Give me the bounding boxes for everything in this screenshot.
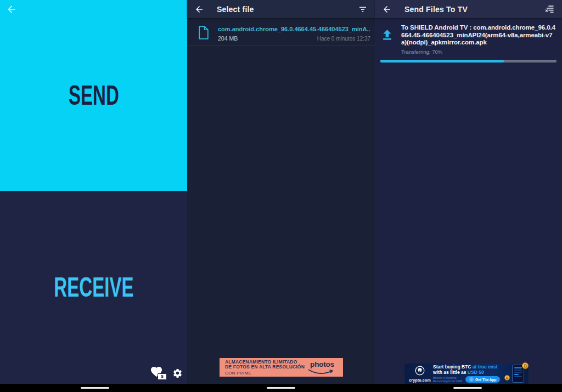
transfer-status: Transferring: 70% bbox=[401, 49, 557, 55]
amazon-photos-wordmark: photos bbox=[306, 360, 339, 368]
panel-transfer: Send Files To TV To SHIELD Androi bbox=[375, 0, 562, 384]
crypto-headline-blue2: USD 50 bbox=[468, 370, 484, 375]
crypto-emblem-icon bbox=[415, 366, 425, 376]
transfer-description: To SHIELD Android TV : com.android.chrom… bbox=[401, 24, 557, 47]
send-label: SEND bbox=[68, 79, 119, 111]
transfer-progress-bar bbox=[380, 60, 557, 63]
crypto-sub-line2: Record Highs for 2020 bbox=[433, 379, 462, 383]
crypto-ad-subtext: Bitcoin is Soaring Record Highs for 2020 bbox=[433, 376, 462, 383]
filter-icon bbox=[358, 4, 368, 14]
crypto-logo-block: crypto.com bbox=[408, 366, 432, 382]
back-icon bbox=[194, 4, 204, 14]
file-name: com.android.chrome_96.0.4664.45-46640452… bbox=[218, 26, 370, 32]
page-title-select-file: Select file bbox=[217, 5, 254, 14]
amazon-ad-headline2: DE FOTOS EN ALTA RESOLUCIÓN bbox=[225, 365, 306, 370]
gesture-pill-left[interactable] bbox=[81, 387, 109, 389]
amazon-ad-text: ALMACENAMIENTO ILIMITADO DE FOTOS EN ALT… bbox=[225, 360, 306, 376]
back-icon bbox=[6, 4, 17, 15]
banknote-icon: $ bbox=[158, 373, 167, 380]
gear-icon bbox=[172, 368, 183, 378]
file-timestamp: Hace 0 minutos 12:37 bbox=[317, 36, 370, 42]
crypto-phone-graphic: ₿ ₿ bbox=[507, 363, 527, 384]
playlist-remove-icon bbox=[544, 4, 555, 15]
clear-queue-button[interactable] bbox=[544, 4, 555, 15]
transfer-progress-fill bbox=[380, 60, 504, 63]
left-bottom-actions: $ bbox=[149, 365, 183, 379]
crypto-ad-text: Start buying BTC at true cost with as li… bbox=[432, 365, 507, 383]
transfer-header: Send Files To TV bbox=[375, 0, 562, 18]
crypto-headline-white1: Start buying BTC bbox=[433, 364, 471, 370]
back-button-left[interactable] bbox=[4, 2, 19, 16]
crypto-headline-white2: with as little as bbox=[433, 370, 466, 375]
bitcoin-coin-icon-small: ₿ bbox=[504, 375, 510, 380]
bitcoin-coin-icon: ₿ bbox=[522, 362, 529, 369]
file-size: 204 MB bbox=[218, 35, 238, 42]
back-icon bbox=[382, 4, 392, 14]
panel-select-file: Select file com.android.chrome_96.0.4664… bbox=[187, 0, 375, 384]
amazon-ad-subline: CON PRIME bbox=[225, 371, 306, 376]
panel-send-receive: SEND RECEIVE $ bbox=[0, 0, 187, 384]
select-file-header: Select file bbox=[187, 0, 375, 18]
system-navigation-bar bbox=[0, 384, 562, 392]
receive-label: RECEIVE bbox=[54, 271, 133, 303]
page-title-transfer: Send Files To TV bbox=[404, 5, 468, 14]
settings-button[interactable] bbox=[172, 368, 183, 379]
upload-icon bbox=[380, 28, 394, 55]
file-texts: com.android.chrome_96.0.4664.45-46640452… bbox=[218, 26, 370, 42]
amazon-photos-logo: photos bbox=[306, 360, 339, 375]
back-button-right[interactable] bbox=[382, 4, 392, 14]
amazon-photos-ad-banner[interactable]: ALMACENAMIENTO ILIMITADO DE FOTOS EN ALT… bbox=[220, 358, 343, 377]
crypto-ad-banner[interactable]: crypto.com Start buying BTC at true cost… bbox=[404, 363, 529, 384]
get-the-app-button[interactable]: ↓ Get The App bbox=[465, 376, 500, 383]
get-the-app-label: Get The App bbox=[475, 378, 496, 382]
gesture-pill-middle[interactable] bbox=[267, 387, 295, 389]
transfer-list-item[interactable]: To SHIELD Android TV : com.android.chrom… bbox=[380, 24, 557, 55]
receive-button[interactable]: RECEIVE bbox=[0, 191, 187, 384]
transfer-texts: To SHIELD Android TV : com.android.chrom… bbox=[401, 24, 557, 55]
screen: SEND RECEIVE $ bbox=[0, 0, 562, 392]
gesture-pill-right[interactable] bbox=[453, 387, 482, 389]
filter-button[interactable] bbox=[358, 4, 368, 14]
donate-button[interactable]: $ bbox=[149, 365, 166, 379]
download-icon: ↓ bbox=[469, 377, 474, 382]
amazon-smile-icon bbox=[306, 368, 339, 375]
crypto-brand-label: crypto.com bbox=[408, 378, 432, 382]
crypto-headline-blue1: at true cost bbox=[473, 364, 498, 370]
back-button-middle[interactable] bbox=[194, 4, 204, 14]
send-button[interactable]: SEND bbox=[0, 0, 187, 191]
file-icon bbox=[198, 25, 209, 40]
file-list-item[interactable]: com.android.chrome_96.0.4664.45-46640452… bbox=[187, 22, 375, 46]
